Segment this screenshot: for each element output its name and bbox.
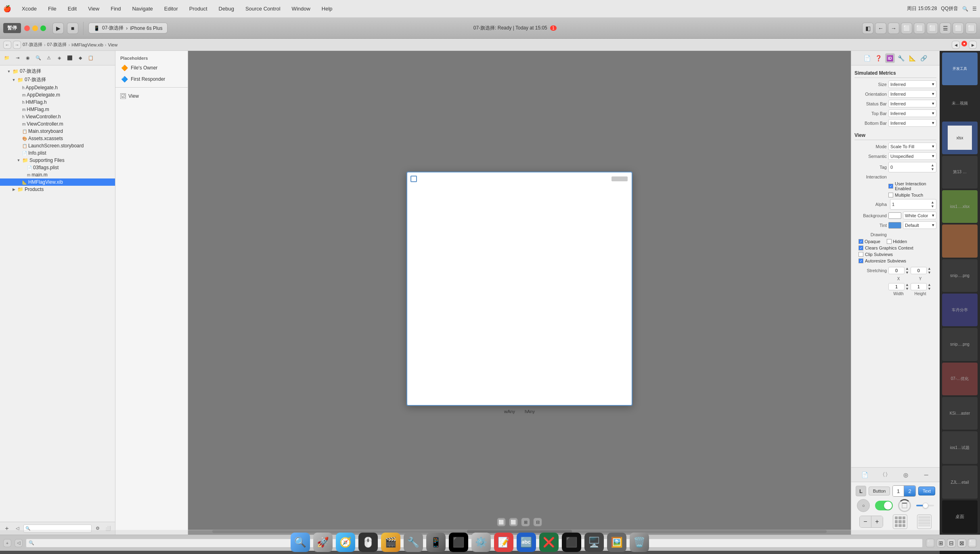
- menu-search-icon[interactable]: 🔍: [962, 6, 968, 12]
- thumb-11[interactable]: ios1…试题: [942, 431, 978, 464]
- breadcrumb-nav-right[interactable]: →: [13, 41, 21, 49]
- apple-menu[interactable]: 🍎: [3, 5, 11, 13]
- text-widget[interactable]: Text: [918, 487, 935, 495]
- nav-git-icon[interactable]: ⇥: [13, 54, 22, 63]
- file-viewcontroller-m[interactable]: m ViewController.m: [0, 120, 115, 128]
- alpha-value[interactable]: 1 ▲▼: [890, 199, 936, 210]
- breadcrumb-item-1[interactable]: 07-旗选择: [23, 42, 42, 48]
- tint-color-swatch[interactable]: [888, 222, 901, 229]
- supporting-files-group[interactable]: ▼ 📁 Supporting Files: [0, 157, 115, 164]
- menu-list-icon[interactable]: ☰: [972, 6, 977, 12]
- menu-editor[interactable]: Editor: [162, 5, 180, 13]
- tag-value[interactable]: 0 ▲▼: [888, 162, 936, 172]
- file-main-storyboard[interactable]: 📋 Main.storyboard: [0, 128, 115, 135]
- dock-word[interactable]: 🔤: [517, 533, 536, 552]
- breadcrumb-nav-left[interactable]: ←: [3, 41, 11, 49]
- identity-inspector-icon[interactable]: 📄: [860, 470, 869, 480]
- mode-value[interactable]: Scale To Fill ▾: [888, 143, 936, 150]
- file-hmflag-m[interactable]: m HMFlag.m: [0, 106, 115, 113]
- bottombar-value[interactable]: Inferred ▾: [888, 119, 936, 127]
- attributes-inspector-icon[interactable]: 〈〉: [880, 470, 890, 480]
- slider-widget[interactable]: [916, 505, 934, 506]
- view-checkbox[interactable]: ☑: [120, 93, 126, 99]
- autoresize-checkbox[interactable]: ✓: [859, 258, 863, 263]
- thumb-desktop[interactable]: 桌面: [942, 500, 978, 533]
- hidden-checkbox[interactable]: [887, 239, 892, 244]
- breadcrumb-item-2[interactable]: 07-旗选择: [47, 42, 67, 48]
- dock-system-prefs[interactable]: ⚙️: [471, 533, 491, 552]
- step-minus-btn[interactable]: −: [860, 516, 871, 527]
- nav-test-icon[interactable]: ◈: [55, 54, 64, 63]
- ios-device-frame[interactable]: [406, 172, 632, 406]
- nav-folder-icon[interactable]: 📁: [2, 54, 11, 63]
- thumb-9[interactable]: 07-…优化: [942, 363, 978, 395]
- orientation-value[interactable]: Inferred ▾: [888, 90, 936, 98]
- menu-navigate[interactable]: Navigate: [130, 5, 155, 13]
- stretch-w-stepper[interactable]: ▲▼: [905, 283, 909, 291]
- dock-trash[interactable]: 🗑️: [630, 533, 649, 552]
- error-badge[interactable]: 1: [550, 25, 557, 31]
- file-assets[interactable]: 🎨 Assets.xcassets: [0, 135, 115, 142]
- back-button[interactable]: ←: [875, 23, 886, 34]
- stretch-x-input[interactable]: [888, 267, 905, 274]
- inspector-tab-file[interactable]: 📄: [863, 53, 872, 63]
- assistant-editor[interactable]: ⬜: [914, 23, 925, 34]
- step-plus-btn[interactable]: +: [871, 516, 883, 527]
- dock-vnc[interactable]: 🖥️: [584, 533, 604, 552]
- background-value[interactable]: White Color ▾: [903, 212, 936, 219]
- forward-button[interactable]: →: [888, 23, 899, 34]
- circle-widget[interactable]: ○: [857, 499, 870, 512]
- thumb-1[interactable]: 未…视频: [942, 87, 978, 120]
- background-color-swatch[interactable]: [888, 212, 901, 219]
- stretch-y-input[interactable]: [911, 267, 927, 274]
- menu-edit[interactable]: Edit: [65, 5, 79, 13]
- run-button[interactable]: ▶: [52, 23, 64, 34]
- menu-file[interactable]: File: [46, 5, 59, 13]
- thumb-8[interactable]: snip….png: [942, 328, 978, 361]
- view-item[interactable]: ☑ View: [115, 91, 188, 101]
- file-appdelegate-h[interactable]: h AppDelegate.h: [0, 84, 115, 91]
- minimize-button[interactable]: [32, 25, 38, 31]
- connection-inspector-icon[interactable]: ─: [921, 470, 931, 480]
- standard-editor[interactable]: ⬜: [901, 23, 912, 34]
- thumb-3[interactable]: 第13 …: [942, 156, 978, 189]
- stretch-h-stepper[interactable]: ▲▼: [928, 283, 931, 291]
- maximize-button[interactable]: [40, 25, 46, 31]
- dock-tools[interactable]: 🔧: [404, 533, 423, 552]
- menu-product[interactable]: Product: [187, 5, 210, 13]
- dock-finder[interactable]: 🔍: [291, 533, 310, 552]
- thumb-10[interactable]: KSi….aster: [942, 397, 978, 430]
- menu-debug[interactable]: Debug: [216, 5, 237, 13]
- stretch-h-input[interactable]: [911, 283, 927, 290]
- thumb-7[interactable]: 车丹分亭: [942, 294, 978, 326]
- canvas-add-btn[interactable]: ⬜: [497, 518, 506, 527]
- inspector-tab-connections[interactable]: 🔗: [919, 53, 929, 63]
- stretch-y-stepper[interactable]: ▲▼: [928, 267, 931, 275]
- tint-value[interactable]: Default ▾: [903, 221, 936, 229]
- dock-terminal[interactable]: ⬛: [449, 533, 468, 552]
- num-btn-1[interactable]: 1: [893, 486, 904, 496]
- spinner-widget[interactable]: [898, 499, 911, 512]
- file-03flags[interactable]: 📄 03flags.plist: [0, 164, 115, 171]
- semantic-value[interactable]: Unspecified ▾: [888, 152, 936, 160]
- menu-window[interactable]: Window: [289, 5, 313, 13]
- grid-widget[interactable]: [893, 514, 907, 529]
- menu-help[interactable]: Help: [319, 5, 335, 13]
- nav-issue-icon[interactable]: ⚠: [44, 54, 53, 63]
- file-hmflagview-xib[interactable]: 📐 HMFlagView.xib: [0, 178, 115, 186]
- close-button[interactable]: [24, 25, 30, 31]
- nav-symbol-icon[interactable]: ◉: [23, 54, 32, 63]
- files-owner-item[interactable]: 🔶 File's Owner: [115, 62, 188, 73]
- file-main-m[interactable]: m main.m: [0, 171, 115, 178]
- dock-quicktime[interactable]: 🎬: [381, 533, 400, 552]
- size-inspector-icon[interactable]: ◎: [901, 470, 911, 480]
- version-editor[interactable]: ⬜: [927, 23, 938, 34]
- breadcrumb-item-3[interactable]: HMFlagView.xib: [71, 42, 103, 47]
- thumb-6[interactable]: snip….png: [942, 259, 978, 292]
- dock-frame[interactable]: 🖼️: [607, 533, 626, 552]
- clears-graphics-checkbox[interactable]: ✓: [859, 246, 863, 250]
- breadcrumb-right-1[interactable]: ◂: [952, 41, 960, 49]
- table-widget[interactable]: [917, 514, 932, 529]
- canvas-ref-btn[interactable]: ⊟: [533, 518, 542, 527]
- statusbar-value[interactable]: Inferred ▾: [888, 100, 936, 107]
